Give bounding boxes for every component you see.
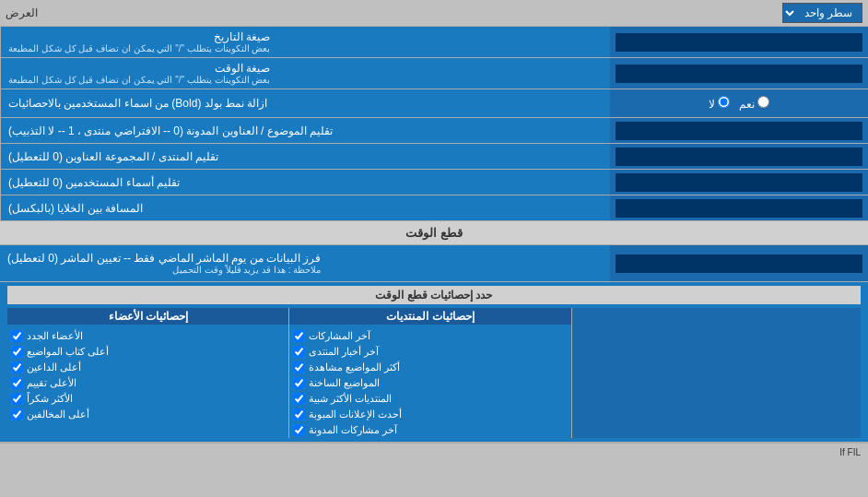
- time-format-input[interactable]: H:i: [616, 65, 862, 83]
- col2-checkbox-4[interactable]: [293, 393, 305, 405]
- display-select[interactable]: سطر واحدسطرانثلاثة أسطر: [782, 3, 862, 23]
- col2-item-4: المنتديات الأكثر شبية: [289, 391, 570, 407]
- col3: [571, 308, 861, 438]
- forum-title-label: تقليم الموضوع / العناوين المدونة (0 -- ا…: [0, 118, 610, 143]
- top-header: سطر واحدسطرانثلاثة أسطر العرض: [0, 0, 868, 27]
- bold-no-radio[interactable]: [718, 96, 730, 108]
- bold-radio-group: نعم لا: [699, 92, 780, 114]
- col1-checkbox-3[interactable]: [11, 377, 23, 389]
- username-input-wrapper: 0: [610, 170, 868, 195]
- col1-header: إحصائيات الأعضاء: [7, 308, 288, 325]
- bold-row: نعم لا ازالة نمط بولد (Bold) من اسماء ال…: [0, 89, 868, 118]
- col2-checkbox-3[interactable]: [293, 377, 305, 389]
- col2-header: إحصائيات المنتديات: [289, 308, 570, 325]
- col2-item-2: أكثر المواضيع مشاهدة: [289, 360, 570, 375]
- date-format-label: صيغة التاريخ بعض التكوينات يتطلب "/" الت…: [0, 27, 610, 57]
- checkboxes-section: حدد إحصائيات قطع الوقت إحصائيات المنتديا…: [0, 282, 868, 443]
- col2-item-1: آخر أخبار المنتدى: [289, 344, 570, 360]
- col2: إحصائيات المنتديات آخر المشاركات آخر أخب…: [288, 308, 570, 438]
- col1-checkbox-2[interactable]: [11, 361, 23, 373]
- username-row: 0 تقليم أسماء المستخدمين (0 للتعطيل): [0, 170, 868, 195]
- bold-yes-label: نعم: [739, 96, 769, 111]
- cell-gap-input-wrapper: 2: [610, 195, 868, 220]
- footer-text: If FIL: [839, 447, 861, 457]
- forum-group-row: 33 تقليم المنتدى / المجموعة العناوين (0 …: [0, 144, 868, 170]
- col2-checkbox-2[interactable]: [293, 361, 305, 373]
- bold-yes-radio[interactable]: [757, 96, 769, 108]
- col1-item-5: أعلى المخالفين: [7, 407, 288, 422]
- forum-title-input-wrapper: 33: [610, 118, 868, 143]
- col2-item-6: آخر مشاركات المدونة: [289, 422, 570, 438]
- footer: If FIL: [0, 443, 868, 461]
- col2-item-0: آخر المشاركات: [289, 328, 570, 344]
- bold-label: ازالة نمط بولد (Bold) من اسماء المستخدمي…: [0, 89, 610, 117]
- col2-checkbox-6[interactable]: [293, 424, 305, 436]
- header-right-label: العرض: [6, 6, 38, 19]
- checkboxes-grid: إحصائيات المنتديات آخر المشاركات آخر أخب…: [7, 308, 861, 438]
- forum-title-input[interactable]: 33: [616, 122, 862, 140]
- forum-title-row: 33 تقليم الموضوع / العناوين المدونة (0 -…: [0, 118, 868, 144]
- forum-group-input-wrapper: 33: [610, 144, 868, 169]
- time-format-label: صيغة الوقت بعض التكوينات يتطلب "/" التي …: [0, 58, 610, 89]
- col2-checkbox-0[interactable]: [293, 330, 305, 342]
- time-cut-header: قطع الوقت: [0, 221, 868, 245]
- forum-group-input[interactable]: 33: [616, 148, 862, 166]
- col1-checkbox-0[interactable]: [11, 330, 23, 342]
- time-cut-label: فرز البيانات من يوم الماشر الماضي فقط --…: [0, 245, 610, 281]
- col1-item-0: الأعضاء الجدد: [7, 328, 288, 344]
- username-label: تقليم أسماء المستخدمين (0 للتعطيل): [0, 170, 610, 195]
- col2-item-3: المواضيع الساخنة: [289, 375, 570, 391]
- col1-item-2: أعلى الداعين: [7, 360, 288, 375]
- col2-checkbox-5[interactable]: [293, 408, 305, 420]
- col1-checkbox-4[interactable]: [11, 393, 23, 405]
- col1-item-3: الأعلى تقييم: [7, 375, 288, 391]
- bold-radio-wrapper: نعم لا: [610, 89, 868, 117]
- cell-gap-row: 2 المسافة بين الخلايا (بالبكسل): [0, 195, 868, 221]
- time-format-input-wrapper: H:i: [610, 58, 868, 89]
- time-cut-row: 0 فرز البيانات من يوم الماشر الماضي فقط …: [0, 245, 868, 282]
- col1-checkbox-1[interactable]: [11, 346, 23, 358]
- col1: إحصائيات الأعضاء الأعضاء الجدد أعلى كتاب…: [7, 308, 288, 438]
- time-format-row: H:i صيغة الوقت بعض التكوينات يتطلب "/" ا…: [0, 58, 868, 89]
- cell-gap-input[interactable]: 2: [616, 199, 862, 218]
- col3-header: [576, 312, 857, 328]
- col2-checkbox-1[interactable]: [293, 346, 305, 358]
- time-cut-input-wrapper: 0: [610, 245, 868, 281]
- col1-item-4: الأكثر شكراً: [7, 391, 288, 407]
- col1-checkbox-5[interactable]: [11, 408, 23, 420]
- date-format-input[interactable]: d-m: [616, 33, 862, 52]
- username-input[interactable]: 0: [616, 173, 862, 192]
- date-format-input-wrapper: d-m: [610, 27, 868, 57]
- col1-item-1: أعلى كتاب المواضيع: [7, 344, 288, 360]
- time-cut-input[interactable]: 0: [616, 254, 862, 273]
- forum-group-label: تقليم المنتدى / المجموعة العناوين (0 للت…: [0, 144, 610, 169]
- checkboxes-header: حدد إحصائيات قطع الوقت: [7, 286, 861, 304]
- header-left: سطر واحدسطرانثلاثة أسطر: [782, 3, 862, 23]
- col2-item-5: أحدث الإعلانات المبوبة: [289, 407, 570, 422]
- date-format-row: d-m صيغة التاريخ بعض التكوينات يتطلب "/"…: [0, 27, 868, 58]
- bold-no-label: لا: [709, 96, 730, 111]
- main-container: سطر واحدسطرانثلاثة أسطر العرض d-m صيغة ا…: [0, 0, 868, 461]
- cell-gap-label: المسافة بين الخلايا (بالبكسل): [0, 195, 610, 220]
